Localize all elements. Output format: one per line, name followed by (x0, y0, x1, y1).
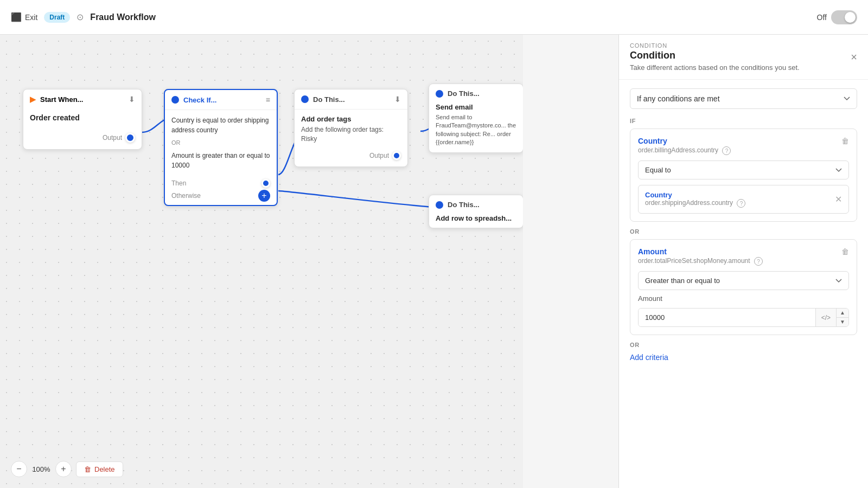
start-node-label: Order created (23, 109, 142, 131)
check-title-left: Check If... (171, 96, 216, 104)
check-or: OR (171, 138, 270, 147)
do-node-1: Do This... ⬇ Add order tags Add the foll… (294, 89, 408, 167)
do1-action-desc: Add the following order tags: Risky (301, 125, 401, 144)
condition2-field-path: order.totalPriceSet.shopMoney.amount ? (638, 257, 849, 266)
email-title: Do This... (448, 89, 480, 98)
addrow-dot (436, 201, 443, 209)
if-label: IF (630, 118, 857, 124)
condition2-field-name: Amount (638, 247, 849, 256)
check-footer: Then Otherwise + (165, 176, 277, 205)
condition1-value-name: Country (645, 191, 745, 199)
condition2-block: Amount order.totalPriceSet.shopMoney.amo… (630, 239, 857, 335)
condition1-field-name: Country (638, 137, 849, 145)
check-body: Country is equal to order shipping addre… (165, 110, 277, 176)
start-title: Start When... (40, 95, 83, 104)
conditions-select-row: If any conditions are met (630, 88, 857, 109)
condition1-value-help-icon[interactable]: ? (737, 199, 745, 208)
canvas-controls: − 100% + 🗑 Delete (11, 461, 123, 477)
addrow-body: Add row to spreadsh... (429, 214, 523, 228)
or-divider-2: OR (630, 342, 857, 348)
condition2-delete-btn[interactable]: 🗑 (841, 247, 849, 256)
do1-action-btn[interactable]: ⬇ (394, 95, 401, 104)
otherwise-add-btn[interactable]: + (258, 190, 270, 202)
amount-input[interactable] (639, 309, 815, 326)
zoom-out-btn[interactable]: − (11, 461, 27, 477)
amount-label: Amount (638, 294, 849, 303)
addrow-header: Do This... (429, 195, 523, 214)
panel-body: If any conditions are met IF Country ord… (619, 80, 868, 371)
start-play-icon: ▶ (30, 95, 36, 104)
check-then-row: Then (171, 179, 270, 188)
start-node: ▶ Start When... ⬇ Order created Output (23, 89, 142, 150)
panel-header: CONDITION Condition Take different actio… (619, 35, 868, 80)
topbar-right: Off (817, 10, 857, 24)
do1-action-title: Add order tags (301, 115, 401, 123)
amount-stepper: ▲ ▼ (836, 309, 848, 326)
right-panel: CONDITION Condition Take different actio… (618, 35, 868, 488)
addrow-title-left: Do This... (436, 201, 480, 209)
check-node[interactable]: Check If... ≡ Country is equal to order … (164, 89, 278, 206)
addrow-action-title: Add row to spreadsh... (436, 214, 516, 222)
zoom-in-btn[interactable]: + (55, 461, 72, 477)
do1-output-dot (392, 151, 401, 160)
start-output-dot (125, 133, 135, 143)
main-layout: ▶ Start When... ⬇ Order created Output C… (0, 35, 868, 488)
email-body: Send email Send email to FraudTeam@mysto… (429, 103, 523, 152)
add-criteria-btn[interactable]: Add criteria (630, 353, 668, 362)
topbar-left: ⬛ Exit Draft ⊙ Fraud Workflow (11, 12, 156, 23)
do1-header: Do This... ⬇ (295, 89, 407, 110)
check-node-header: Check If... ≡ (165, 90, 277, 110)
email-node: Do This... Send email Send email to Frau… (429, 84, 523, 153)
exit-button[interactable]: ⬛ Exit (11, 12, 37, 22)
condition1-value-content: Country order.shippingAddress.country ? (645, 191, 745, 208)
toggle-label: Off (817, 13, 827, 22)
condition1-delete-btn[interactable]: 🗑 (841, 137, 849, 145)
do1-output-label: Output (369, 152, 389, 159)
email-title-left: Do This... (436, 89, 480, 98)
start-output-label: Output (103, 134, 122, 142)
do1-title-left: Do This... (301, 95, 345, 104)
email-action-desc: Send email to FraudTeam@mystore.co... th… (436, 113, 516, 147)
condition1-path-text: order.billingAddress.country (638, 146, 718, 154)
trash-icon: 🗑 (84, 465, 91, 473)
toggle-switch[interactable] (831, 10, 857, 24)
start-output: Output (23, 131, 142, 149)
check-menu-btn[interactable]: ≡ (266, 95, 270, 104)
amount-input-row: </> ▲ ▼ (638, 308, 849, 327)
conditions-select[interactable]: If any conditions are met (630, 88, 857, 109)
check-dot (171, 96, 179, 104)
check-condition2: Amount is greater than or equal to 10000 (171, 151, 270, 170)
start-action-btn[interactable]: ⬇ (129, 95, 135, 104)
panel-subtitle: Take different actions based on the cond… (630, 63, 800, 72)
topbar: ⬛ Exit Draft ⊙ Fraud Workflow Off (0, 0, 868, 35)
exit-label: Exit (25, 13, 37, 22)
delete-btn[interactable]: 🗑 Delete (76, 461, 123, 477)
zoom-value: 100% (31, 465, 51, 473)
draft-badge: Draft (44, 12, 70, 23)
do1-body: Add order tags Add the following order t… (295, 110, 407, 149)
workflow-canvas[interactable]: ▶ Start When... ⬇ Order created Output C… (0, 35, 523, 488)
do1-output: Output (295, 149, 407, 166)
check-otherwise-row: Otherwise + (171, 190, 270, 202)
condition1-clear-btn[interactable]: ✕ (835, 194, 842, 204)
email-action-title: Send email (436, 103, 516, 111)
start-node-header: ▶ Start When... ⬇ (23, 89, 142, 109)
condition1-operator-select[interactable]: Equal to (638, 160, 849, 179)
panel-section-label: CONDITION (630, 42, 800, 49)
then-label: Then (171, 179, 186, 187)
panel-close-btn[interactable]: × (851, 51, 857, 63)
addrow-title: Do This... (448, 201, 480, 209)
stepper-up-btn[interactable]: ▲ (837, 309, 848, 318)
email-header: Do This... (429, 84, 523, 103)
condition1-help-icon[interactable]: ? (722, 146, 731, 155)
code-icon: </> (815, 309, 836, 326)
do1-title: Do This... (313, 95, 345, 104)
start-node-title-left: ▶ Start When... (30, 95, 83, 104)
panel-header-content: CONDITION Condition Take different actio… (630, 42, 800, 72)
condition2-help-icon[interactable]: ? (754, 257, 763, 266)
condition2-operator-select[interactable]: Greater than or equal to (638, 271, 849, 290)
stepper-down-btn[interactable]: ▼ (837, 318, 848, 326)
then-dot (261, 179, 270, 188)
condition1-value-block: Country order.shippingAddress.country ? … (638, 185, 849, 214)
addrow-node: Do This... Add row to spreadsh... (429, 195, 523, 228)
